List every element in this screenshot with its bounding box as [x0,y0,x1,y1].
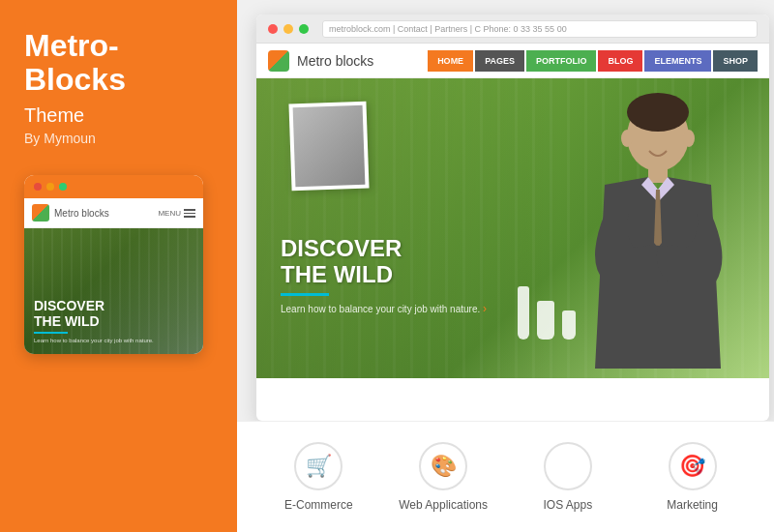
mobile-dot-green [59,183,67,191]
mobile-nav-bar: Metro blocks MENU [24,198,203,228]
mobile-dot-yellow [46,183,54,191]
website-hero: DISCOVER THE WILD Learn how to balance y… [256,78,769,378]
hero-sub-text: Learn how to balance your city job with … [281,302,487,315]
browser-dot-green [299,24,309,34]
nav-item-home[interactable]: HOME [428,50,473,72]
vase-medium [537,301,554,340]
svg-rect-2 [648,165,668,183]
mobile-logo-icon [32,204,49,222]
vase-tall [518,286,529,340]
nav-item-blog[interactable]: BLOG [598,50,642,72]
marketing-icon-circle: 🎯 [669,442,717,490]
svg-point-3 [621,130,633,147]
nav-item-portfolio[interactable]: PORTFOLIO [526,50,597,72]
hero-frame-inner [293,105,366,187]
mobile-hero-divider [34,332,68,334]
website-logo-text: Metro blocks [297,53,428,69]
browser-dot-red [268,24,278,34]
web-applications-label: Web Applications [399,498,488,512]
web-applications-icon-circle: 🎨 [419,442,467,490]
feature-web-applications: 🎨 Web Applications [390,442,496,512]
mobile-top-bar [24,175,203,198]
nav-item-shop[interactable]: SHOP [713,50,758,72]
browser-dot-yellow [283,24,293,34]
mobile-logo-text: Metro blocks [54,208,158,219]
hero-divider [281,293,329,296]
browser-mockup: metroblock.com | Contact | Partners | C … [256,15,769,421]
mobile-mockup: Metro blocks MENU DISCOVER THE WILD Lear… [24,175,203,354]
hero-heading: DISCOVER THE WILD [281,236,487,287]
svg-point-1 [627,93,689,132]
feature-marketing: 🎯 Marketing [640,442,746,512]
ecommerce-icon: 🛒 [306,454,332,479]
nav-item-pages[interactable]: PAGES [475,50,524,72]
mobile-hero-section: DISCOVER THE WILD Learn how to balance y… [24,228,203,354]
ios-apps-icon-circle [544,442,592,490]
mobile-hero-sub: Learn how to balance your city job with … [34,337,194,344]
nav-item-elements[interactable]: ELEMENTS [644,50,711,72]
mobile-hamburger-icon [184,209,195,218]
marketing-label: Marketing [667,498,718,512]
brand-title: Metro- Blocks [24,29,213,97]
mobile-hero-stripes [24,228,203,354]
website-nav-items: HOME PAGES PORTFOLIO BLOG ELEMENTS SHOP [428,50,758,72]
hero-person [566,78,750,378]
hero-content: DISCOVER THE WILD Learn how to balance y… [281,236,487,315]
web-applications-icon: 🎨 [431,454,457,479]
browser-address-bar[interactable]: metroblock.com | Contact | Partners | C … [322,20,758,38]
brand-author: By Mymoun [24,131,213,146]
ecommerce-label: E-Commerce [284,498,353,512]
feature-ecommerce: 🛒 E-Commerce [265,442,372,512]
mobile-hero-heading: DISCOVER THE WILD [34,299,194,329]
browser-chrome: metroblock.com | Contact | Partners | C … [256,15,769,44]
person-svg [576,88,740,369]
bottom-features-section: 🛒 E-Commerce 🎨 Web Applications IOS Apps… [237,421,774,532]
website-nav: Metro blocks HOME PAGES PORTFOLIO BLOG E… [256,44,769,78]
ios-apps-label: IOS Apps [544,498,593,512]
svg-point-4 [683,130,695,147]
marketing-icon: 🎯 [679,454,705,479]
left-panel: Metro- Blocks Theme By Mymoun Metro bloc… [0,0,237,532]
website-logo-icon [268,50,289,72]
ecommerce-icon-circle: 🛒 [294,442,342,490]
mobile-dot-red [34,183,42,191]
hero-arrow-icon: › [483,302,487,315]
feature-ios-apps: IOS Apps [515,442,621,512]
mobile-menu-label: MENU [158,209,181,218]
brand-subtitle: Theme [24,104,213,127]
hero-picture-frame [288,102,369,192]
